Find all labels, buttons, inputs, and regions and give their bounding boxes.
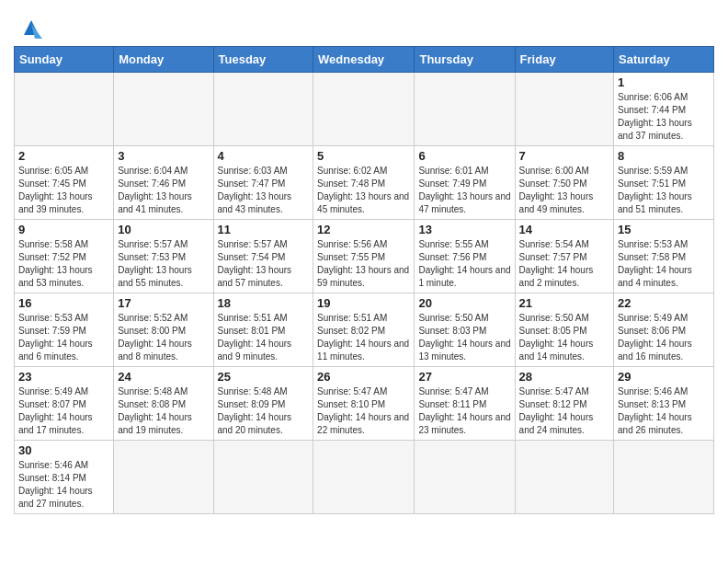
calendar-cell: 13Sunrise: 5:55 AMSunset: 7:56 PMDayligh… (415, 220, 515, 293)
calendar-header: SundayMondayTuesdayWednesdayThursdayFrid… (15, 47, 714, 73)
calendar-cell: 20Sunrise: 5:50 AMSunset: 8:03 PMDayligh… (415, 293, 515, 367)
day-info: Sunrise: 6:01 AMSunset: 7:49 PMDaylight:… (418, 165, 510, 216)
day-info: Sunrise: 5:46 AMSunset: 8:14 PMDaylight:… (18, 459, 109, 511)
calendar-cell: 23Sunrise: 5:49 AMSunset: 8:07 PMDayligh… (15, 367, 114, 441)
day-info: Sunrise: 5:57 AMSunset: 7:53 PMDaylight:… (118, 238, 209, 290)
day-number: 1 (618, 75, 710, 89)
day-number: 22 (618, 296, 710, 310)
day-number: 13 (418, 223, 510, 236)
calendar-cell: 25Sunrise: 5:48 AMSunset: 8:09 PMDayligh… (213, 367, 313, 441)
calendar-cell: 7Sunrise: 6:00 AMSunset: 7:50 PMDaylight… (515, 146, 613, 220)
logo-icon (17, 15, 46, 40)
calendar-cell: 26Sunrise: 5:47 AMSunset: 8:10 PMDayligh… (313, 367, 415, 441)
day-info: Sunrise: 5:49 AMSunset: 8:06 PMDaylight:… (618, 312, 710, 363)
calendar-cell (15, 73, 114, 146)
day-info: Sunrise: 5:53 AMSunset: 7:58 PMDaylight:… (618, 238, 710, 290)
calendar-cell: 6Sunrise: 6:01 AMSunset: 7:49 PMDaylight… (415, 146, 515, 220)
day-info: Sunrise: 5:50 AMSunset: 8:05 PMDaylight:… (519, 312, 609, 363)
week-row: 2Sunrise: 6:05 AMSunset: 7:45 PMDaylight… (15, 146, 714, 220)
weekday-header: Wednesday (313, 47, 415, 73)
weekday-header: Friday (515, 47, 613, 73)
day-number: 3 (118, 149, 209, 163)
calendar-cell (114, 441, 213, 514)
calendar-cell: 19Sunrise: 5:51 AMSunset: 8:02 PMDayligh… (313, 293, 415, 367)
day-number: 16 (18, 296, 109, 310)
calendar-cell (313, 441, 415, 514)
day-number: 21 (519, 296, 609, 310)
day-info: Sunrise: 5:50 AMSunset: 8:03 PMDaylight:… (418, 312, 510, 363)
calendar-cell: 2Sunrise: 6:05 AMSunset: 7:45 PMDaylight… (15, 146, 114, 220)
calendar-cell (515, 73, 613, 146)
day-info: Sunrise: 5:58 AMSunset: 7:52 PMDaylight:… (18, 238, 109, 290)
page: SundayMondayTuesdayWednesdayThursdayFrid… (0, 0, 728, 528)
calendar-cell: 15Sunrise: 5:53 AMSunset: 7:58 PMDayligh… (614, 220, 714, 293)
calendar-cell: 27Sunrise: 5:47 AMSunset: 8:11 PMDayligh… (415, 367, 515, 441)
day-info: Sunrise: 5:57 AMSunset: 7:54 PMDaylight:… (218, 238, 310, 290)
day-number: 6 (418, 149, 510, 163)
week-row: 9Sunrise: 5:58 AMSunset: 7:52 PMDaylight… (15, 220, 714, 293)
calendar: SundayMondayTuesdayWednesdayThursdayFrid… (14, 46, 714, 514)
calendar-cell: 4Sunrise: 6:03 AMSunset: 7:47 PMDaylight… (213, 146, 313, 220)
calendar-cell: 11Sunrise: 5:57 AMSunset: 7:54 PMDayligh… (213, 220, 313, 293)
weekday-header: Saturday (614, 47, 714, 73)
day-number: 5 (317, 149, 410, 163)
day-info: Sunrise: 5:47 AMSunset: 8:10 PMDaylight:… (317, 385, 410, 437)
calendar-cell (415, 73, 515, 146)
day-info: Sunrise: 6:02 AMSunset: 7:48 PMDaylight:… (317, 165, 410, 216)
calendar-cell: 28Sunrise: 5:47 AMSunset: 8:12 PMDayligh… (515, 367, 613, 441)
calendar-cell: 18Sunrise: 5:51 AMSunset: 8:01 PMDayligh… (213, 293, 313, 367)
day-number: 14 (519, 223, 609, 236)
calendar-cell: 16Sunrise: 5:53 AMSunset: 7:59 PMDayligh… (15, 293, 114, 367)
calendar-cell (415, 441, 515, 514)
calendar-cell: 17Sunrise: 5:52 AMSunset: 8:00 PMDayligh… (114, 293, 213, 367)
calendar-cell: 21Sunrise: 5:50 AMSunset: 8:05 PMDayligh… (515, 293, 613, 367)
week-row: 1Sunrise: 6:06 AMSunset: 7:44 PMDaylight… (15, 73, 714, 146)
day-number: 7 (519, 149, 609, 163)
day-info: Sunrise: 5:51 AMSunset: 8:02 PMDaylight:… (317, 312, 410, 363)
day-number: 28 (519, 370, 609, 384)
weekday-header: Monday (114, 47, 213, 73)
day-info: Sunrise: 5:51 AMSunset: 8:01 PMDaylight:… (218, 312, 310, 363)
day-info: Sunrise: 5:47 AMSunset: 8:11 PMDaylight:… (418, 385, 510, 437)
day-info: Sunrise: 5:56 AMSunset: 7:55 PMDaylight:… (317, 238, 410, 290)
day-info: Sunrise: 5:55 AMSunset: 7:56 PMDaylight:… (418, 238, 510, 290)
calendar-cell (313, 73, 415, 146)
calendar-cell (614, 441, 714, 514)
day-info: Sunrise: 5:52 AMSunset: 8:00 PMDaylight:… (118, 312, 209, 363)
calendar-cell: 3Sunrise: 6:04 AMSunset: 7:46 PMDaylight… (114, 146, 213, 220)
day-info: Sunrise: 6:04 AMSunset: 7:46 PMDaylight:… (118, 165, 209, 216)
day-info: Sunrise: 5:49 AMSunset: 8:07 PMDaylight:… (18, 385, 109, 437)
calendar-cell: 5Sunrise: 6:02 AMSunset: 7:48 PMDaylight… (313, 146, 415, 220)
calendar-cell: 24Sunrise: 5:48 AMSunset: 8:08 PMDayligh… (114, 367, 213, 441)
week-row: 23Sunrise: 5:49 AMSunset: 8:07 PMDayligh… (15, 367, 714, 441)
calendar-cell (213, 441, 313, 514)
day-number: 4 (218, 149, 310, 163)
day-number: 2 (18, 149, 109, 163)
day-info: Sunrise: 5:48 AMSunset: 8:08 PMDaylight:… (118, 385, 209, 437)
day-number: 27 (418, 370, 510, 384)
day-number: 12 (317, 223, 410, 236)
day-number: 29 (618, 370, 710, 384)
day-number: 15 (618, 223, 710, 236)
calendar-cell: 1Sunrise: 6:06 AMSunset: 7:44 PMDaylight… (614, 73, 714, 146)
day-info: Sunrise: 5:48 AMSunset: 8:09 PMDaylight:… (218, 385, 310, 437)
calendar-cell: 10Sunrise: 5:57 AMSunset: 7:53 PMDayligh… (114, 220, 213, 293)
day-number: 30 (18, 443, 109, 457)
calendar-cell (114, 73, 213, 146)
day-number: 19 (317, 296, 410, 310)
day-number: 8 (618, 149, 710, 163)
day-number: 25 (218, 370, 310, 384)
day-number: 23 (18, 370, 109, 384)
week-row: 16Sunrise: 5:53 AMSunset: 7:59 PMDayligh… (15, 293, 714, 367)
day-info: Sunrise: 5:47 AMSunset: 8:12 PMDaylight:… (519, 385, 609, 437)
day-info: Sunrise: 6:03 AMSunset: 7:47 PMDaylight:… (218, 165, 310, 216)
day-info: Sunrise: 6:00 AMSunset: 7:50 PMDaylight:… (519, 165, 609, 216)
day-number: 18 (218, 296, 310, 310)
day-number: 24 (118, 370, 209, 384)
calendar-cell (213, 73, 313, 146)
weekday-header: Thursday (415, 47, 515, 73)
calendar-cell (515, 441, 613, 514)
calendar-body: 1Sunrise: 6:06 AMSunset: 7:44 PMDaylight… (15, 73, 714, 514)
weekday-header: Tuesday (213, 47, 313, 73)
day-info: Sunrise: 6:05 AMSunset: 7:45 PMDaylight:… (18, 165, 109, 216)
